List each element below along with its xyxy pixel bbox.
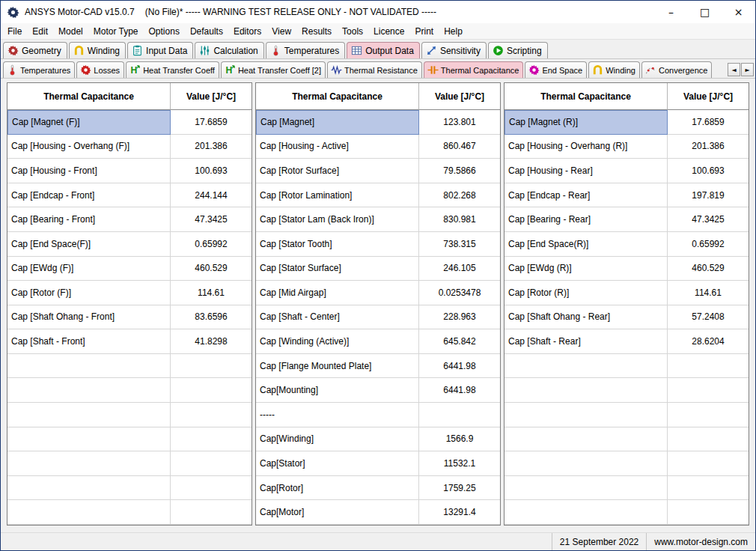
table-row-name[interactable]: Cap [Bearing - Rear]: [504, 207, 668, 232]
table-row-name[interactable]: [504, 500, 668, 525]
subtab-thermal-resistance[interactable]: Thermal Resistance: [327, 61, 422, 78]
table-row-name[interactable]: [504, 403, 668, 427]
capacitance-table-3: Thermal CapacitanceValue [J/°C]Cap [Magn…: [504, 82, 749, 526]
table-row-name[interactable]: [7, 354, 171, 379]
table-row-name[interactable]: Cap [Rotor (R)]: [504, 281, 668, 305]
table-row-name[interactable]: Cap[Motor]: [256, 500, 419, 525]
table-row-name[interactable]: Cap [Endcap - Rear]: [504, 183, 668, 208]
table-row-name[interactable]: Cap[Stator]: [256, 451, 419, 476]
menu-file[interactable]: File: [2, 23, 27, 39]
tab-winding-label: Winding: [88, 46, 120, 56]
menu-edit[interactable]: Edit: [27, 23, 53, 39]
menu-bar: FileEditModelMotor TypeOptionsDefaultsEd…: [1, 23, 755, 40]
table-area: Thermal CapacitanceValue [J/°C]Cap [Magn…: [1, 79, 755, 532]
tab-geometry[interactable]: Geometry: [3, 42, 67, 58]
table-row-name[interactable]: Cap [Winding (Active)]: [256, 329, 419, 354]
tab-temperatures[interactable]: Temperatures: [266, 42, 345, 58]
table-row-name[interactable]: Cap [Rotor (F)]: [7, 281, 171, 305]
table-row-name[interactable]: Cap [Housing - Rear]: [504, 159, 668, 183]
table-row-name[interactable]: [7, 427, 171, 452]
table-row-name[interactable]: Cap [Endcap - Front]: [7, 183, 171, 208]
table-row-name[interactable]: Cap [Flange Mounted Plate]: [256, 354, 419, 379]
table-row-name[interactable]: Cap[Mounting]: [256, 378, 419, 403]
table-row-name[interactable]: Cap [Rotor Lamination]: [256, 183, 419, 208]
close-button[interactable]: ×: [722, 1, 755, 23]
menu-view[interactable]: View: [266, 23, 296, 39]
tab-scroll-left-button[interactable]: ◄: [728, 63, 740, 76]
subtab-convergence[interactable]: Convergence: [641, 61, 712, 78]
table-row-name[interactable]: Cap [End Space(F)]: [7, 232, 171, 257]
table-row-value: [668, 427, 749, 452]
menu-tools[interactable]: Tools: [337, 23, 368, 39]
status-website: www.motor-design.com: [646, 533, 755, 550]
menu-defaults[interactable]: Defaults: [185, 23, 228, 39]
tab-winding[interactable]: Winding: [69, 42, 126, 58]
subtab-heat-transfer-coeff[interactable]: HHeat Transfer Coeff: [126, 61, 219, 78]
subtab-heat-transfer-coeff-2[interactable]: HHeat Transfer Coeff [2]: [221, 61, 326, 78]
table-row-value: 123.801: [419, 110, 500, 135]
menu-motor-type[interactable]: Motor Type: [88, 23, 144, 39]
table-row-name[interactable]: Cap [Magnet (R)]: [504, 110, 668, 135]
table-row-name[interactable]: Cap [Housing - Front]: [7, 159, 171, 183]
table-row-name[interactable]: Cap [Shaft Ohang - Front]: [7, 305, 171, 330]
maximize-button[interactable]: □: [688, 1, 722, 23]
table-row-name[interactable]: Cap [EWdg (R)]: [504, 257, 668, 281]
tab-scripting[interactable]: Scripting: [488, 42, 548, 58]
subtab-losses[interactable]: Losses: [76, 61, 124, 78]
table-row-name[interactable]: Cap [End Space(R)]: [504, 232, 668, 257]
table-row-name[interactable]: Cap [Magnet (F)]: [7, 110, 171, 135]
table-row-value: 1759.25: [419, 476, 500, 501]
table-row-name[interactable]: [504, 451, 668, 476]
subtab-thermal-capacitance[interactable]: Thermal Capacitance: [424, 61, 524, 78]
table-row-name[interactable]: Cap [Housing - Overhang (F)]: [7, 135, 171, 159]
menu-editors[interactable]: Editors: [228, 23, 266, 39]
tab-scripting-label: Scripting: [507, 46, 542, 56]
minimize-button[interactable]: –: [654, 1, 688, 23]
table-row-name[interactable]: Cap[Rotor]: [256, 476, 419, 501]
table-row-name[interactable]: [504, 378, 668, 403]
table-row-name[interactable]: Cap [EWdg (F)]: [7, 257, 171, 281]
table-row-name[interactable]: Cap [Stator Lam (Back Iron)]: [256, 207, 419, 232]
table-row-name[interactable]: Cap [Magnet]: [256, 110, 419, 135]
tab-output-data[interactable]: Output Data: [347, 42, 420, 58]
menu-options[interactable]: Options: [144, 23, 185, 39]
table-row-name[interactable]: Cap [Housing - Overhang (R)]: [504, 135, 668, 159]
subtab-winding[interactable]: Winding: [588, 61, 640, 78]
table-row-name[interactable]: Cap [Bearing - Front]: [7, 207, 171, 232]
menu-licence[interactable]: Licence: [368, 23, 409, 39]
table-row-name[interactable]: Cap [Shaft - Center]: [256, 305, 419, 330]
table-row-name[interactable]: Cap [Stator Tooth]: [256, 232, 419, 257]
table-row-name[interactable]: [7, 378, 171, 403]
table-row-name[interactable]: Cap [Shaft - Front]: [7, 329, 171, 354]
tab-calculation[interactable]: Calculation: [195, 42, 263, 58]
sub-tab-strip: TemperaturesLossesHHeat Transfer CoeffHH…: [1, 59, 755, 79]
subtab-temperatures[interactable]: Temperatures: [3, 61, 75, 78]
title-bar: ANSYS Motor-CAD v15.0.7 (No File)* -----…: [1, 1, 755, 23]
tab-sensitivity[interactable]: Sensitivity: [421, 42, 487, 58]
table-row-name[interactable]: Cap[Winding]: [256, 427, 419, 452]
table-row-name[interactable]: Cap [Mid Airgap]: [256, 281, 419, 305]
table-row-name[interactable]: [7, 403, 171, 427]
table-row-name[interactable]: [504, 427, 668, 452]
menu-help[interactable]: Help: [439, 23, 468, 39]
menu-print[interactable]: Print: [409, 23, 439, 39]
menu-results[interactable]: Results: [296, 23, 337, 39]
table-row-name[interactable]: [7, 476, 171, 501]
tab-input-data[interactable]: Input Data: [127, 42, 193, 58]
capacitance-table-1: Thermal CapacitanceValue [J/°C]Cap [Magn…: [7, 82, 252, 526]
table-row-name[interactable]: [7, 451, 171, 476]
subtab-end-space[interactable]: End Space: [525, 61, 587, 78]
table-row-name[interactable]: [7, 500, 171, 525]
table-row-name[interactable]: Cap [Shaft Ohang - Rear]: [504, 305, 668, 330]
table-row-name[interactable]: -----: [256, 403, 419, 427]
table-row-name[interactable]: [504, 476, 668, 501]
tab-sensitivity-label: Sensitivity: [440, 46, 481, 56]
table-row-value: 100.693: [668, 159, 749, 183]
tab-scroll-right-button[interactable]: ►: [741, 63, 754, 76]
table-row-name[interactable]: Cap [Rotor Surface]: [256, 159, 419, 183]
table-row-name[interactable]: Cap [Housing - Active]: [256, 135, 419, 159]
table-row-name[interactable]: [504, 354, 668, 379]
menu-model[interactable]: Model: [53, 23, 88, 39]
table-row-name[interactable]: Cap [Stator Surface]: [256, 257, 419, 281]
table-row-name[interactable]: Cap [Shaft - Rear]: [504, 329, 668, 354]
